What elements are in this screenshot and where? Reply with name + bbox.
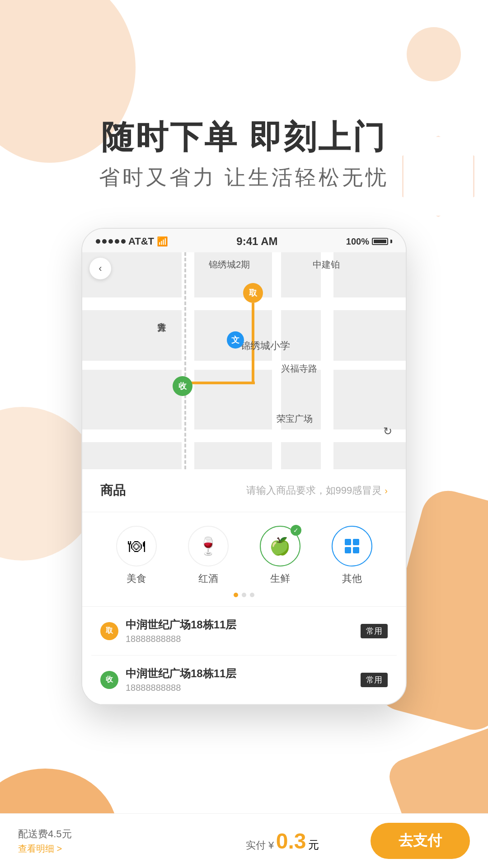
road-vertical-2 bbox=[272, 252, 281, 469]
category-fresh-label: 生鲜 bbox=[270, 572, 290, 585]
map-label-jinxiu2: 锦绣城2期 bbox=[209, 259, 250, 271]
category-food[interactable]: 🍽 美食 bbox=[116, 526, 157, 585]
signal-dot-4 bbox=[115, 239, 119, 244]
product-hint-arrow: › bbox=[385, 486, 388, 496]
svg-rect-0 bbox=[345, 539, 351, 545]
pickup-marker: 取 bbox=[100, 622, 118, 640]
signal-dot-1 bbox=[96, 239, 100, 244]
map-label-school: 锦绣城小学 bbox=[240, 339, 290, 353]
dot-inactive-2 bbox=[250, 593, 254, 597]
price-label: 实付 ¥ bbox=[246, 840, 274, 851]
status-time: 9:41 AM bbox=[236, 235, 277, 248]
wifi-icon: 📶 bbox=[157, 236, 168, 247]
main-content: 随时下单 即刻上门 省时又省力 让生活轻松无忧 AT&T 📶 9:41 AM 1… bbox=[0, 0, 488, 705]
address-section: 取 中润世纪广场18栋11层 18888888888 常用 收 中润世纪广场18… bbox=[82, 607, 406, 704]
wine-icon: 🍷 bbox=[197, 536, 219, 556]
price-amount: 0.3 bbox=[276, 829, 306, 853]
fresh-check-icon: ✓ bbox=[291, 525, 301, 536]
deliver-info: 中润世纪广场18栋11层 18888888888 bbox=[126, 666, 353, 693]
map-label-zhongjian: 中建铂 bbox=[313, 259, 340, 271]
category-other-icon-wrap bbox=[332, 526, 372, 566]
category-wine-label: 红酒 bbox=[198, 572, 218, 585]
category-other[interactable]: 其他 bbox=[332, 526, 372, 585]
pickup-phone: 18888888888 bbox=[126, 634, 353, 644]
delivery-info: 配送费4.5元 查看明细 > bbox=[18, 827, 194, 855]
road-horizontal-1 bbox=[82, 297, 406, 310]
fresh-icon: 🍏 bbox=[269, 536, 291, 556]
svg-rect-1 bbox=[353, 539, 359, 545]
category-food-label: 美食 bbox=[127, 572, 146, 585]
dot-inactive-1 bbox=[242, 593, 246, 597]
map-label-rongbao: 荣宝广场 bbox=[277, 413, 313, 425]
pickup-tag: 常用 bbox=[361, 624, 388, 638]
map-label-xingfu: 兴福寺路 bbox=[281, 363, 317, 375]
status-bar: AT&T 📶 9:41 AM 100% bbox=[82, 229, 406, 252]
road-horizontal-3 bbox=[82, 429, 406, 442]
road-horizontal-2 bbox=[82, 361, 406, 370]
road-vertical-1 bbox=[182, 252, 194, 469]
dot-active bbox=[234, 593, 238, 597]
phone-mockup: AT&T 📶 9:41 AM 100% bbox=[81, 228, 407, 705]
battery-indicator bbox=[372, 238, 392, 245]
map-area: 锦绣城2期 中建铂 齐鲁大道 锦绣城小学 兴福寺路 荣宝广场 取 收 文 ‹ ↻ bbox=[82, 252, 406, 469]
product-hint: 请输入商品要求，如999感冒灵 › bbox=[246, 484, 388, 497]
hero-title: 随时下单 即刻上门 bbox=[99, 118, 389, 156]
delivery-fee-label: 配送费4.5元 bbox=[18, 827, 194, 841]
status-left: AT&T 📶 bbox=[96, 236, 168, 247]
hero-subtitle: 省时又省力 让生活轻松无忧 bbox=[99, 164, 389, 192]
signal-dot-2 bbox=[102, 239, 107, 244]
bottom-panel: 商品 请输入商品要求，如999感冒灵 › 🍽 美食 bbox=[82, 469, 406, 704]
category-wine[interactable]: 🍷 红酒 bbox=[188, 526, 229, 585]
deliver-tag: 常用 bbox=[361, 673, 388, 687]
food-icon: 🍽 bbox=[128, 537, 145, 556]
battery-bar bbox=[372, 238, 388, 245]
dot-indicator bbox=[100, 593, 388, 597]
hero-section: 随时下单 即刻上门 省时又省力 让生活轻松无忧 bbox=[72, 118, 417, 192]
road-dashed bbox=[184, 252, 186, 469]
pickup-address-name: 中润世纪广场18栋11层 bbox=[126, 618, 353, 632]
deliver-address-name: 中润世纪广场18栋11层 bbox=[126, 666, 353, 681]
category-food-icon-wrap: 🍽 bbox=[116, 526, 157, 566]
signal-dots bbox=[96, 239, 126, 244]
battery-fill bbox=[374, 240, 386, 243]
other-icon bbox=[343, 537, 361, 555]
category-section: 🍽 美食 🍷 红酒 🍏 ✓ bbox=[82, 512, 406, 607]
svg-rect-2 bbox=[345, 547, 351, 553]
product-row[interactable]: 商品 请输入商品要求，如999感冒灵 › bbox=[82, 469, 406, 512]
price-section: 实付 ¥ 0.3 元 bbox=[194, 829, 371, 854]
deliver-marker: 收 bbox=[100, 671, 118, 689]
deliver-phone: 18888888888 bbox=[126, 683, 353, 693]
route-line-horizontal bbox=[182, 382, 255, 384]
carrier-label: AT&T bbox=[128, 236, 154, 247]
signal-dot-5 bbox=[121, 239, 126, 244]
bottom-bar: 配送费4.5元 查看明细 > 实付 ¥ 0.3 元 去支付 bbox=[0, 813, 488, 868]
pay-button[interactable]: 去支付 bbox=[371, 823, 470, 859]
svg-rect-3 bbox=[353, 547, 359, 553]
category-wine-icon-wrap: 🍷 bbox=[188, 526, 229, 566]
category-fresh[interactable]: 🍏 ✓ 生鲜 bbox=[260, 526, 300, 585]
category-fresh-icon-wrap: 🍏 ✓ bbox=[260, 526, 300, 566]
pickup-info: 中润世纪广场18栋11层 18888888888 bbox=[126, 618, 353, 644]
price-unit: 元 bbox=[308, 839, 319, 851]
delivery-detail-link[interactable]: 查看明细 > bbox=[18, 843, 194, 855]
pickup-address-row[interactable]: 取 中润世纪广场18栋11层 18888888888 常用 bbox=[91, 607, 397, 656]
battery-percent: 100% bbox=[346, 236, 369, 247]
deliver-address-row[interactable]: 收 中润世纪广场18栋11层 18888888888 常用 bbox=[91, 656, 397, 704]
category-grid: 🍽 美食 🍷 红酒 🍏 ✓ bbox=[100, 526, 388, 585]
refresh-button[interactable]: ↻ bbox=[383, 425, 392, 438]
signal-dot-3 bbox=[108, 239, 113, 244]
road-vertical-3 bbox=[321, 252, 333, 469]
product-label: 商品 bbox=[100, 482, 126, 499]
battery-tip bbox=[390, 240, 392, 243]
status-right: 100% bbox=[346, 236, 392, 247]
category-other-label: 其他 bbox=[342, 572, 362, 585]
